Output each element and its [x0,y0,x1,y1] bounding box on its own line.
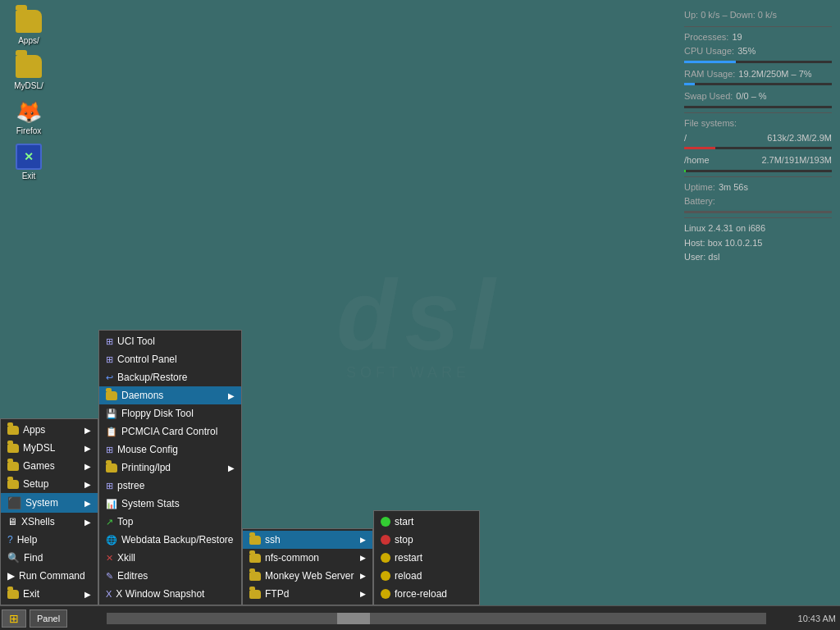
system-item-backup[interactable]: ↩ Backup/Restore [99,368,241,386]
sysmon-cpu-bar [684,61,736,63]
system-item-floppy[interactable]: 💾 Floppy Disk Tool [99,404,241,422]
ssh-action-force-reload[interactable]: force-reload [374,585,479,603]
app-menu-item-find[interactable]: 🔍 Find [1,549,98,567]
restart-icon [381,553,390,563]
taskbar-panel-button[interactable]: Panel [30,609,67,628]
daemons-item-ssh[interactable]: ssh ▶ [243,531,372,549]
stop-icon [381,535,390,545]
system-item-mouse[interactable]: ⊞ Mouse Config [99,441,241,459]
taskbar-start[interactable]: ⊞ [2,609,26,628]
system-item-top[interactable]: ↗ Top [99,513,241,531]
sysmon-host-info: Host: box 10.0.2.15 [684,236,832,251]
ssh-action-reload[interactable]: reload [374,567,479,585]
desktop-icon-firefox[interactable]: 🦊 Firefox [4,98,53,135]
app-menu-item-mydsl[interactable]: MyDSL ▶ [1,439,98,457]
sysmon-uptime-value: 3m 56s [719,180,748,195]
system-item-pstree[interactable]: ⊞ pstree [99,477,241,495]
sysmon-cpu-value: 35% [737,44,756,59]
system-item-printing[interactable]: Printing/lpd ▶ [99,459,241,477]
sysmon-processes-value: 19 [732,30,742,45]
taskbar-clock: 10:43 AM [798,614,836,623]
desktop-icon-apps[interactable]: Apps/ [4,8,53,45]
taskbar: ⊞ Panel 10:43 AM [0,605,840,630]
daemons-item-nfs[interactable]: nfs-common ▶ [243,549,372,567]
system-item-controlpanel[interactable]: ⊞ Control Panel [99,350,241,368]
sysmon-fs-root-value: 613k/2.3M/2.9M [767,131,832,146]
sysmon-fs-root-path: / [684,131,687,146]
system-item-uci[interactable]: ⊞ UCI Tool [99,332,241,350]
system-item-pcmcia[interactable]: 📋 PCMCIA Card Control [99,422,241,441]
ssh-action-restart[interactable]: restart [374,549,479,567]
sysmon-network: Up: 0 k/s – Down: 0 k/s [684,8,832,23]
app-menu-item-system[interactable]: ⬛ System ▶ [1,493,98,513]
sysmon-cpu-label: CPU Usage: [684,44,734,59]
daemons-item-monkey[interactable]: Monkey Web Server ▶ [243,567,372,585]
sysmon-fs-label: File systems: [684,116,832,131]
sysmon-battery-label: Battery: [684,194,715,209]
system-item-webdata[interactable]: 🌐 Webdata Backup/Restore [99,531,241,549]
force-reload-icon [381,589,390,599]
sysmon-processes-label: Processes: [684,30,728,45]
menu-overlay: Apps ▶ MyDSL ▶ Games ▶ Setup ▶ ⬛ System … [0,330,480,605]
start-icon [381,517,390,527]
ssh-action-stop[interactable]: stop [374,531,479,549]
app-menu-item-help[interactable]: ? Help [1,531,98,549]
sysmon-user-info: User: dsl [684,250,832,265]
system-item-editres[interactable]: ✎ Editres [99,567,241,585]
ssh-submenu: start stop restart reload force-reload [373,510,480,605]
ssh-action-start[interactable]: start [374,513,479,531]
desktop-icon-mydsl[interactable]: MyDSL/ [4,53,53,90]
app-menu-item-apps[interactable]: Apps ▶ [1,421,98,439]
system-item-daemons[interactable]: Daemons ▶ [99,386,241,404]
daemons-item-ftpd[interactable]: FTPd ▶ [243,585,372,603]
sysmon-fs-home-bar [684,170,686,172]
sysmon-swap-value: 0/0 – % [736,89,766,104]
system-item-snapshot[interactable]: X X Window Snapshot [99,585,241,603]
sysmon-fs-home-value: 2.7M/191M/193M [761,153,832,168]
desktop-icons: Apps/ MyDSL/ 🦊 Firefox ✕ Exit [4,8,53,180]
taskbar-scrollbar-thumb[interactable] [337,613,370,624]
system-item-xkill[interactable]: ✕ Xkill [99,549,241,567]
sysmon-fs-root-bar [684,147,715,149]
app-menu-item-games[interactable]: Games ▶ [1,457,98,475]
app-menu: Apps ▶ MyDSL ▶ Games ▶ Setup ▶ ⬛ System … [0,418,98,605]
sysmon-fs-home-path: /home [684,153,710,168]
sysmon-ram-label: RAM Usage: [684,67,735,82]
sysmon-linux-info: Linux 2.4.31 on i686 [684,221,832,236]
sysmon-swap-label: Swap Used: [684,89,733,104]
system-submenu: ⊞ UCI Tool ⊞ Control Panel ↩ Backup/Rest… [98,330,242,605]
system-item-stats[interactable]: 📊 System Stats [99,495,241,513]
desktop-icon-exit[interactable]: ✕ Exit [4,144,53,180]
reload-icon [381,571,390,581]
taskbar-scrollbar[interactable] [107,613,766,624]
app-menu-item-setup[interactable]: Setup ▶ [1,475,98,493]
system-monitor: Up: 0 k/s – Down: 0 k/s Processes: 19 CP… [684,8,832,265]
sysmon-ram-value: 19.2M/250M – 7% [738,67,811,82]
app-menu-item-run[interactable]: ▶ Run Command [1,567,98,585]
app-menu-item-exit[interactable]: Exit ▶ [1,585,98,603]
daemons-submenu: ssh ▶ nfs-common ▶ Monkey Web Server ▶ F… [242,528,373,605]
app-menu-item-xshells[interactable]: 🖥 XShells ▶ [1,513,98,531]
sysmon-uptime-label: Uptime: [684,180,715,195]
sysmon-ram-bar [684,83,695,85]
